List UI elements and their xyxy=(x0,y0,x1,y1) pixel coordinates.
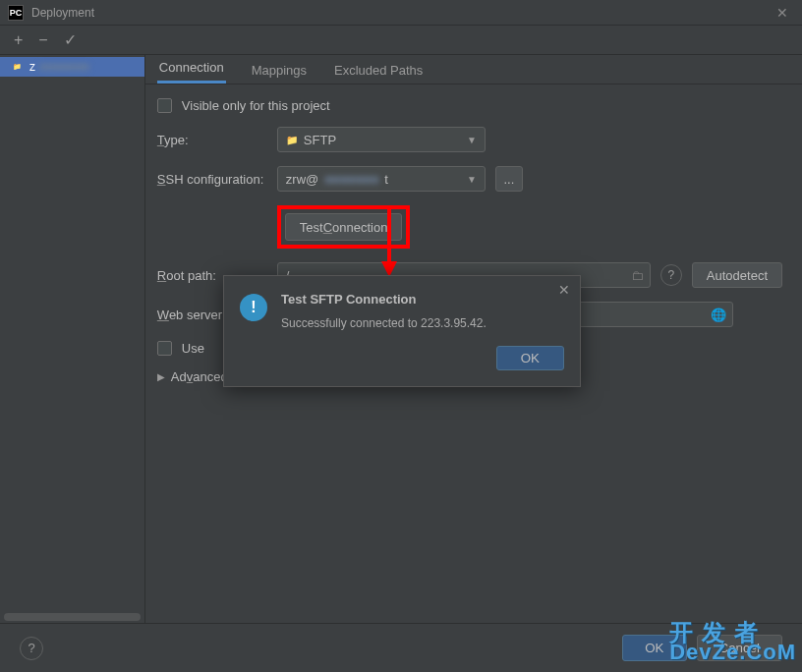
ssh-value-obscured: ■■■■■■■ xyxy=(324,172,378,187)
use-rsync-checkbox[interactable] xyxy=(157,341,172,356)
ssh-config-select[interactable]: zrw@ ■■■■■■■ t ▼ xyxy=(277,166,486,192)
tab-connection[interactable]: Connection xyxy=(157,54,226,84)
dialog-message: Successfully connected to 223.3.95.42. xyxy=(281,316,487,330)
dialog-body: ! Test SFTP Connection Successfully conn… xyxy=(240,292,564,330)
sidebar-scrollbar[interactable] xyxy=(4,613,141,621)
tab-excluded-paths[interactable]: Excluded Paths xyxy=(332,57,425,84)
dialog-title: Test SFTP Connection xyxy=(281,292,487,307)
ssh-value-prefix: zrw@ xyxy=(286,172,318,187)
ssh-label: SSH configuration: xyxy=(157,172,267,187)
folder-icon[interactable]: 🗀 xyxy=(631,268,644,283)
cancel-button[interactable]: Cancel xyxy=(697,635,783,661)
server-name-obscured: ■■■■■■■ xyxy=(39,60,89,74)
bottom-bar: ? OK Cancel xyxy=(0,623,802,672)
sftp-select-icon: 📁 xyxy=(286,135,298,145)
tab-mappings[interactable]: Mappings xyxy=(250,57,309,84)
type-label: Type: xyxy=(157,133,267,147)
info-icon: ! xyxy=(240,294,267,321)
ssh-config-browse-button[interactable]: ... xyxy=(495,166,523,192)
root-path-help-icon[interactable]: ? xyxy=(660,264,682,286)
titlebar: PC Deployment ✕ xyxy=(0,0,802,26)
apply-icon[interactable]: ✓ xyxy=(64,30,77,49)
visible-only-row: Visible only for this project xyxy=(157,98,782,113)
globe-icon[interactable]: 🌐 xyxy=(711,308,726,322)
advanced-label: Advanced xyxy=(171,369,228,384)
visible-only-label: Visible only for this project xyxy=(182,98,330,113)
type-value: SFTP xyxy=(304,133,336,147)
ssh-value-suffix: t xyxy=(384,172,388,187)
window-title: Deployment xyxy=(31,6,94,20)
tabs-bar: Connection Mappings Excluded Paths xyxy=(145,55,802,84)
dialog-ok-button[interactable]: OK xyxy=(496,346,564,370)
bottom-buttons: OK Cancel xyxy=(622,635,782,661)
test-connection-button[interactable]: Test Connection xyxy=(285,213,403,241)
ok-button[interactable]: OK xyxy=(622,635,686,661)
help-icon[interactable]: ? xyxy=(20,637,43,660)
chevron-down-icon: ▼ xyxy=(467,135,477,145)
server-list-item[interactable]: 📁 z ■■■■■■■ xyxy=(0,57,144,77)
autodetect-button[interactable]: Autodetect xyxy=(692,262,782,288)
visible-only-checkbox[interactable] xyxy=(157,98,172,113)
close-icon[interactable]: ✕ xyxy=(771,5,794,21)
add-server-icon[interactable]: + xyxy=(14,31,23,49)
use-rsync-label: Use xyxy=(182,341,204,356)
app-icon: PC xyxy=(8,5,24,21)
dialog-footer: OK xyxy=(240,346,564,370)
dialog-close-icon[interactable]: ✕ xyxy=(558,282,570,298)
type-row: Type: 📁 SFTP ▼ xyxy=(157,127,782,152)
sftp-badge-icon: 📁 xyxy=(8,61,26,73)
server-name: z xyxy=(29,60,35,74)
highlight-annotation: Test Connection xyxy=(277,205,411,249)
chevron-down-icon: ▼ xyxy=(467,174,477,185)
chevron-right-icon: ▶ xyxy=(157,371,165,382)
type-select[interactable]: 📁 SFTP ▼ xyxy=(277,127,486,152)
remove-server-icon[interactable]: − xyxy=(38,31,47,49)
sidebar-toolbar: + − ✓ xyxy=(0,26,802,55)
server-sidebar: 📁 z ■■■■■■■ xyxy=(0,55,145,623)
test-connection-dialog: ✕ ! Test SFTP Connection Successfully co… xyxy=(223,275,581,387)
ssh-row: SSH configuration: zrw@ ■■■■■■■ t ▼ ... xyxy=(157,166,782,192)
